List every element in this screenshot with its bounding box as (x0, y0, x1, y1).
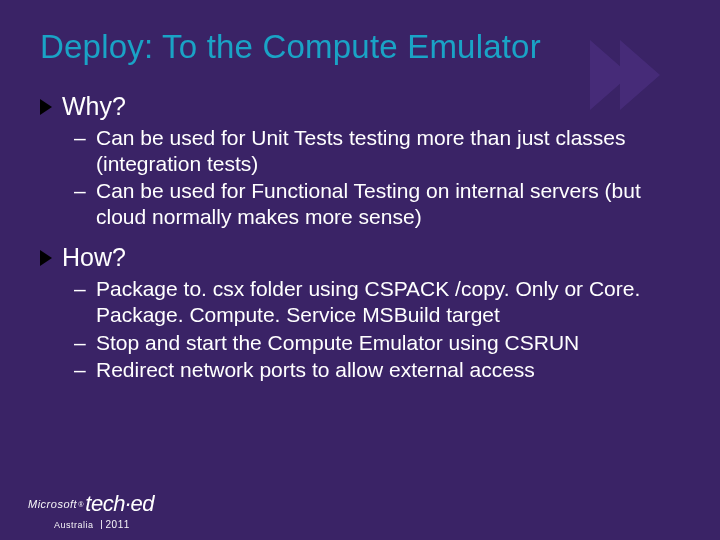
brand-logo: Microsoft® tech·ed (28, 491, 154, 517)
slide-title: Deploy: To the Compute Emulator (40, 28, 680, 66)
list-item: Redirect network ports to allow external… (96, 357, 680, 383)
section-heading: Why? (40, 92, 680, 121)
section-how: How? Package to. csx folder using CSPACK… (40, 243, 680, 382)
footer: Microsoft® tech·ed Australia 2011 (28, 491, 154, 530)
triangle-bullet-icon (40, 250, 52, 266)
registered-mark: ® (78, 501, 83, 508)
slide: Deploy: To the Compute Emulator Why? Can… (0, 0, 720, 540)
section-why: Why? Can be used for Unit Tests testing … (40, 92, 680, 229)
triangle-bullet-icon (40, 99, 52, 115)
section-heading: How? (40, 243, 680, 272)
footer-subline: Australia 2011 (54, 519, 154, 530)
brand-name: Microsoft (28, 498, 77, 510)
year-label: 2011 (101, 519, 130, 530)
list-item: Can be used for Functional Testing on in… (96, 178, 680, 229)
region-label: Australia (54, 520, 94, 530)
section-heading-text: Why? (62, 92, 126, 121)
list-item: Can be used for Unit Tests testing more … (96, 125, 680, 176)
bullet-list: Can be used for Unit Tests testing more … (40, 125, 680, 229)
section-heading-text: How? (62, 243, 126, 272)
event-name: tech·ed (85, 491, 154, 517)
bullet-list: Package to. csx folder using CSPACK /cop… (40, 276, 680, 382)
list-item: Stop and start the Compute Emulator usin… (96, 330, 680, 356)
list-item: Package to. csx folder using CSPACK /cop… (96, 276, 680, 327)
